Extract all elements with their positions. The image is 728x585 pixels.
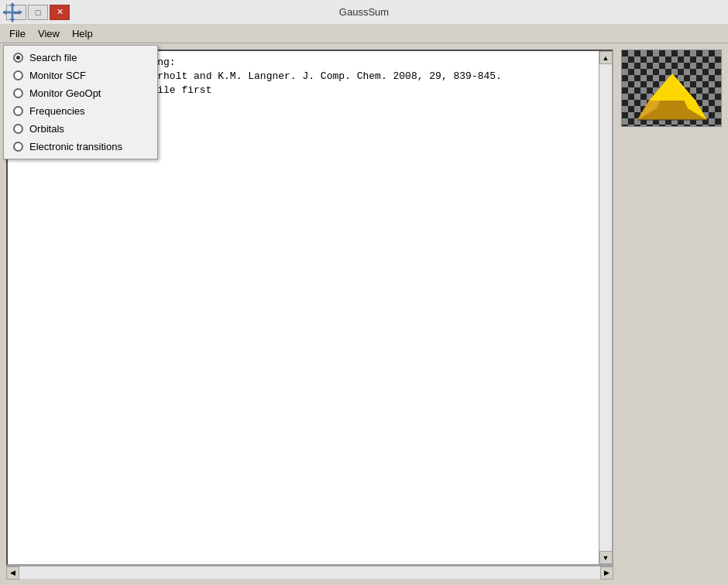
logo-area [621, 50, 722, 127]
move-icon [2, 2, 23, 23]
horizontal-scrollbar[interactable]: ◀ ▶ [6, 566, 613, 579]
radio-electronic-transitions [13, 142, 23, 152]
file-dropdown: Search file Monitor SCF Monitor GeoOpt F… [3, 45, 158, 159]
dropdown-frequencies[interactable]: Frequencies [4, 102, 157, 120]
menu-file[interactable]: File Search file Monitor SCF Monitor Geo… [3, 26, 32, 41]
vertical-scrollbar[interactable]: ▲ ▼ [599, 51, 612, 564]
scroll-track-vertical[interactable] [599, 64, 612, 551]
radio-monitor-scf [13, 70, 23, 80]
svg-marker-3 [10, 19, 15, 22]
scroll-track-horizontal[interactable] [19, 566, 600, 579]
close-button[interactable]: ✕ [50, 5, 70, 20]
radio-frequencies [13, 106, 23, 116]
svg-marker-2 [10, 2, 15, 6]
svg-marker-5 [19, 10, 22, 15]
scroll-left-button[interactable]: ◀ [6, 566, 19, 580]
dropdown-orbitals[interactable]: Orbitals [4, 120, 157, 138]
radio-search-file [13, 53, 23, 63]
scroll-down-button[interactable]: ▼ [599, 551, 613, 564]
maximize-button[interactable]: □ [28, 5, 48, 20]
menu-view[interactable]: View [32, 26, 66, 41]
dropdown-monitor-geoopt[interactable]: Monitor GeoOpt [4, 84, 157, 102]
dropdown-electronic-transitions[interactable]: Electronic transitions [4, 138, 157, 156]
main-window: File Search file Monitor SCF Monitor Geo… [0, 25, 728, 585]
radio-monitor-geoopt [13, 88, 23, 98]
pyramid-image [621, 50, 722, 127]
dropdown-search-file[interactable]: Search file [4, 49, 157, 67]
menu-bar: File Search file Monitor SCF Monitor Geo… [0, 25, 728, 43]
menu-help[interactable]: Help [66, 26, 99, 41]
window-title: GaussSum [339, 6, 389, 18]
scroll-up-button[interactable]: ▲ [599, 51, 613, 64]
scroll-right-button[interactable]: ▶ [600, 566, 613, 580]
title-bar: GaussSum – □ ✕ [0, 0, 728, 25]
radio-orbitals [13, 124, 23, 134]
svg-marker-4 [2, 10, 6, 15]
dropdown-monitor-scf[interactable]: Monitor SCF [4, 67, 157, 84]
